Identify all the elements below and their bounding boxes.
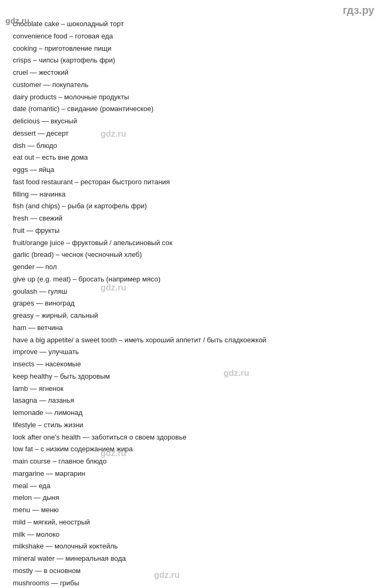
vocab-item: cooking – приготовление пищи [13,43,372,55]
vocab-item: gender — пол [13,261,372,273]
vocab-item: dish — блюдо [13,140,372,152]
vocab-item: cruel — жестокий [13,67,372,79]
vocab-item: fish (and chips) – рыба (и картофель фри… [13,200,372,213]
vocab-item: chocolate cake – шоколадный торт [13,18,372,30]
vocab-item: grapes — виноград [13,297,372,310]
vocab-item: margarine — маргарин [13,468,372,480]
vocab-item: keep healthy – быть здоровым [13,371,372,383]
vocab-content: chocolate cake – шоколадный тортconvenie… [0,15,385,588]
vocab-item: crisps – чипсы (картофель фри) [13,54,372,67]
vocab-item: lemonade — лимонад [13,407,372,419]
vocab-item: mushrooms — грибы [13,577,372,589]
vocab-item: give up (e.g. meat) – бросать (например … [13,273,372,286]
vocab-item: fresh — свежий [13,213,372,225]
vocab-item: main course – главное блюдо [13,456,372,468]
vocab-item: milkshake — молочный коктейль [13,540,372,553]
vocab-item: low fat – с низким содержанием жира [13,443,372,456]
vocab-item: dairy products – молочные продукты [13,91,372,104]
vocab-item: date (romantic) – свидание (романтическо… [13,103,372,115]
vocab-item: menu — меню [13,504,372,516]
vocab-item: lasagna — лазанья [13,395,372,407]
vocab-item: garlic (bread) – чеснок (чесночный хлеб) [13,249,372,261]
vocab-item: look after one's health — заботиться о с… [13,432,372,444]
vocab-item: dessert — десерт [13,128,372,140]
vocab-item: customer — покупатель [13,79,372,91]
vocab-item: ham — ветчина [13,322,372,334]
vocab-item: lifestyle – стиль жизни [13,419,372,432]
vocab-item: fast food restaurant – ресторан быстрого… [13,176,372,189]
vocab-item: goulash — гуляш [13,286,372,298]
vocab-item: mostly — в основном [13,565,372,577]
vocab-item: delicious — вкусный [13,115,372,128]
vocab-item: greasy – жирный, сальный [13,310,372,322]
vocab-item: milk — молоко [13,529,372,541]
vocab-item: fruit/orange juice – фруктовый / апельси… [13,237,372,249]
vocab-item: have a big appetite/ a sweet tooth – име… [13,334,372,347]
vocab-item: lamb — ягненок [13,383,372,395]
vocab-item: insects — насекомые [13,358,372,371]
vocab-item: filling — начинка [13,189,372,201]
vocab-item: eat out – есть вне дома [13,152,372,164]
vocab-item: improve — улучшать [13,346,372,358]
vocab-item: fruit — фрукты [13,225,372,237]
vocab-item: mineral water — минеральная вода [13,553,372,565]
vocab-item: convenience food – готовая еда [13,30,372,43]
vocab-item: melon — дыня [13,492,372,504]
vocab-item: meal — еда [13,480,372,492]
vocab-item: mild – мягкий, неострый [13,516,372,529]
vocab-item: eggs — яйца [13,164,372,176]
